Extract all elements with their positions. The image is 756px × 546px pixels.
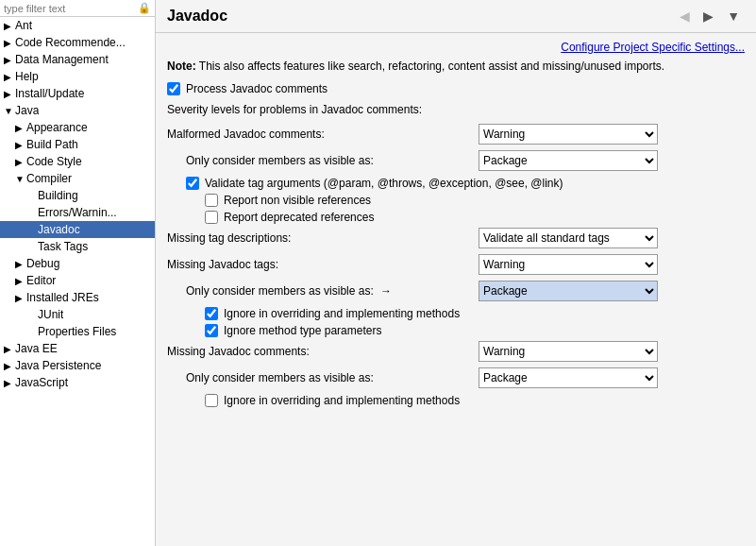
sidebar-item-label: Data Management (15, 53, 109, 66)
sidebar-item-code-style[interactable]: ▶ Code Style (0, 153, 155, 170)
sidebar-item-label: Building (38, 189, 78, 202)
sidebar-item-appearance[interactable]: ▶ Appearance (0, 119, 155, 136)
sidebar-item-label: JavaScript (15, 376, 68, 389)
sidebar-item-label: Java (15, 104, 39, 117)
nav-buttons: ◀ ▶ ▼ (675, 6, 745, 26)
sidebar-item-label: Task Tags (38, 240, 88, 253)
report-deprecated-row: Report deprecated references (167, 211, 745, 224)
forward-button[interactable]: ▶ (698, 6, 718, 26)
sidebar-item-code-recommenders[interactable]: ▶ Code Recommende... (0, 34, 155, 51)
report-non-visible-checkbox[interactable] (205, 194, 218, 207)
note-text: This also affects features like search, … (199, 60, 664, 73)
nav-dropdown-button[interactable]: ▼ (722, 6, 745, 26)
sidebar-item-debug[interactable]: ▶ Debug (0, 255, 155, 272)
missing-javadoc-tags-row: Missing Javadoc tags: Warning Ignore Inf… (167, 254, 745, 275)
sidebar-item-label: Install/Update (15, 87, 84, 100)
arrow-icon: ▶ (4, 361, 15, 371)
sidebar-item-data-management[interactable]: ▶ Data Management (0, 51, 155, 68)
ignore-method-type-checkbox[interactable] (205, 324, 218, 337)
ignore-overriding-2-checkbox[interactable] (205, 394, 218, 407)
ignore-overriding-1-checkbox[interactable] (205, 307, 218, 320)
sidebar-item-javascript[interactable]: ▶ JavaScript (0, 374, 155, 391)
arrow-icon (26, 242, 38, 252)
arrow-icon: ▶ (4, 344, 15, 354)
visible-as-3-label: Only consider members as visible as: (167, 371, 479, 384)
sidebar-item-label: Java Persistence (15, 359, 101, 372)
main-header: Javadoc ◀ ▶ ▼ (156, 0, 756, 33)
sidebar-item-label: Code Style (26, 155, 82, 168)
note-paragraph: Note: This also affects features like se… (167, 60, 745, 73)
arrow-icon (26, 310, 38, 320)
visible-as-3-select[interactable]: Package Private Protected Public (479, 367, 658, 388)
arrow-icon: ▶ (4, 72, 15, 82)
missing-javadoc-tags-label: Missing Javadoc tags: (167, 258, 479, 271)
missing-javadoc-tags-select[interactable]: Warning Ignore Info Error (479, 254, 658, 275)
visible-as-2-select[interactable]: Package Private Protected Public (479, 281, 658, 301)
missing-tag-desc-row: Missing tag descriptions: Validate all s… (167, 228, 745, 248)
arrow-icon: ▶ (15, 276, 26, 286)
missing-javadoc-comments-row: Missing Javadoc comments: Warning Ignore… (167, 341, 745, 362)
main-panel: Javadoc ◀ ▶ ▼ Configure Project Specific… (156, 0, 756, 546)
sidebar-item-editor[interactable]: ▶ Editor (0, 272, 155, 289)
missing-tag-desc-select[interactable]: Validate all standard tags Ignore Valida… (479, 228, 658, 248)
ignore-overriding-1-row: Ignore in overriding and implementing me… (167, 307, 745, 320)
missing-javadoc-comments-select[interactable]: Warning Ignore Info Error (479, 341, 658, 362)
sidebar-item-help[interactable]: ▶ Help (0, 68, 155, 85)
arrow-icon: ▶ (4, 378, 15, 388)
visible-as-1-select[interactable]: Package Private Protected Public (479, 150, 658, 171)
sidebar-item-java-persistence[interactable]: ▶ Java Persistence (0, 357, 155, 374)
arrow-icon: ▶ (15, 293, 26, 303)
sidebar-item-java-ee[interactable]: ▶ Java EE (0, 340, 155, 357)
arrow-icon (26, 208, 38, 218)
sidebar-item-compiler[interactable]: ▼ Compiler (0, 170, 155, 187)
sidebar-item-label: Java EE (15, 342, 58, 355)
sidebar-item-java[interactable]: ▼ Java (0, 102, 155, 119)
back-button[interactable]: ◀ (675, 6, 695, 26)
sidebar-item-install-update[interactable]: ▶ Install/Update (0, 85, 155, 102)
arrow-icon: ▼ (15, 174, 26, 184)
filter-input[interactable] (4, 3, 138, 14)
sidebar-item-junit[interactable]: JUnit (0, 306, 155, 323)
arrow-icon: ▶ (4, 89, 15, 99)
report-deprecated-checkbox[interactable] (205, 211, 218, 224)
malformed-row: Malformed Javadoc comments: Warning Igno… (167, 124, 745, 145)
arrow-icon (26, 191, 38, 201)
ignore-method-type-label: Ignore method type parameters (224, 324, 381, 337)
process-javadoc-row: Process Javadoc comments (167, 82, 745, 95)
visible-as-1-row: Only consider members as visible as: Pac… (167, 150, 745, 171)
sidebar-tree: ▶ Ant ▶ Code Recommende... ▶ Data Manage… (0, 17, 155, 546)
severity-section: Severity levels for problems in Javadoc … (167, 103, 745, 407)
ignore-overriding-2-label: Ignore in overriding and implementing me… (224, 394, 460, 407)
report-non-visible-label: Report non visible references (224, 194, 371, 207)
process-javadoc-label: Process Javadoc comments (186, 82, 328, 95)
arrow-icon: ▶ (15, 123, 26, 133)
severity-title: Severity levels for problems in Javadoc … (167, 103, 745, 116)
validate-tag-label: Validate tag arguments (@param, @throws,… (205, 177, 563, 190)
process-javadoc-checkbox[interactable] (167, 82, 180, 95)
sidebar-item-build-path[interactable]: ▶ Build Path (0, 136, 155, 153)
sidebar-item-task-tags[interactable]: Task Tags (0, 238, 155, 255)
sidebar-item-label: JUnit (38, 308, 63, 321)
visible-as-3-row: Only consider members as visible as: Pac… (167, 367, 745, 388)
validate-tag-checkbox[interactable] (186, 177, 199, 190)
sidebar-item-ant[interactable]: ▶ Ant (0, 17, 155, 34)
sidebar-item-label: Editor (26, 274, 56, 287)
malformed-select[interactable]: Warning Ignore Info Error (479, 124, 658, 145)
sidebar-item-label: Debug (26, 257, 59, 270)
filter-icon: 🔒 (138, 2, 151, 14)
sidebar-item-label: Installed JREs (26, 291, 99, 304)
arrow-icon (26, 225, 38, 235)
sidebar-item-properties-files[interactable]: Properties Files (0, 323, 155, 340)
sidebar-item-errors-warnings[interactable]: Errors/Warnin... (0, 204, 155, 221)
configure-project-link[interactable]: Configure Project Specific Settings... (167, 41, 745, 54)
validate-tag-row: Validate tag arguments (@param, @throws,… (167, 177, 745, 190)
sidebar-item-javadoc[interactable]: Javadoc (0, 221, 155, 238)
sidebar-item-label: Build Path (26, 138, 78, 151)
sidebar-item-label: Appearance (26, 121, 88, 134)
visible-as-2-row: Only consider members as visible as: → P… (167, 281, 745, 301)
sidebar-item-label: Javadoc (38, 223, 80, 236)
arrow-icon: ▶ (4, 38, 15, 48)
missing-tag-desc-label: Missing tag descriptions: (167, 231, 479, 245)
sidebar-item-installed-jres[interactable]: ▶ Installed JREs (0, 289, 155, 306)
sidebar-item-building[interactable]: Building (0, 187, 155, 204)
